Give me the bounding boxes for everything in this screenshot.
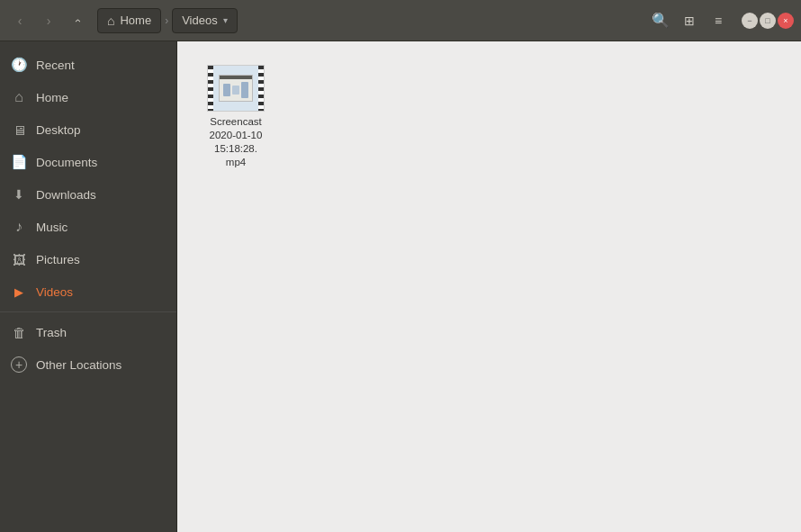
mini-content <box>220 79 252 101</box>
mini-block-2 <box>232 86 239 95</box>
sidebar-label-home: Home <box>36 91 68 104</box>
mini-screen <box>219 75 253 102</box>
breadcrumb-home[interactable]: ⌂ Home <box>97 8 161 33</box>
breadcrumb-current[interactable]: Videos ▾ <box>172 8 238 33</box>
plus-icon: + <box>11 356 27 373</box>
music-icon: ♪ <box>11 219 27 235</box>
sidebar-label-music: Music <box>36 221 68 234</box>
close-icon: × <box>783 16 788 25</box>
sidebar-label-desktop: Desktop <box>36 123 81 137</box>
back-icon: ‹ <box>18 14 22 28</box>
file-thumbnail <box>207 65 265 112</box>
menu-button[interactable]: ≡ <box>706 8 731 33</box>
sidebar-label-recent: Recent <box>36 59 75 72</box>
file-name: Screencast2020-01-1015:18:28.mp4 <box>210 115 263 169</box>
sidebar-item-recent[interactable]: 🕐 Recent <box>0 49 176 81</box>
sidebar-divider <box>0 311 176 312</box>
minimize-icon: − <box>747 16 752 25</box>
desktop-icon: 🖥 <box>11 122 27 138</box>
up-button[interactable]: › <box>65 8 90 33</box>
file-area: Screencast2020-01-1015:18:28.mp4 <box>177 41 801 532</box>
sidebar-label-videos: Videos <box>36 285 73 299</box>
downloads-icon: ⬇ <box>11 186 27 203</box>
sidebar-label-pictures: Pictures <box>36 253 80 266</box>
search-button[interactable]: 🔍 <box>648 8 673 33</box>
sidebar-item-documents[interactable]: 📄 Documents <box>0 146 176 178</box>
trash-icon: 🗑 <box>11 324 27 340</box>
toolbar-right: 🔍 ⊞ ≡ <box>648 8 731 33</box>
back-button[interactable]: ‹ <box>7 8 32 33</box>
clock-icon: 🕐 <box>11 57 27 73</box>
mini-block-3 <box>241 82 248 98</box>
sidebar-item-other-locations[interactable]: + Other Locations <box>0 348 176 381</box>
sidebar-item-pictures[interactable]: 🖼 Pictures <box>0 243 176 275</box>
sidebar-label-documents: Documents <box>36 156 97 169</box>
toolbar: ‹ › › ⌂ Home › Videos ▾ 🔍 ⊞ ≡ − □ <box>0 0 801 41</box>
up-icon: › <box>71 19 84 23</box>
list-item[interactable]: Screencast2020-01-1015:18:28.mp4 <box>195 59 276 175</box>
sidebar-label-trash: Trash <box>36 326 67 339</box>
sidebar: 🕐 Recent ⌂ Home 🖥 Desktop 📄 Documents ⬇ … <box>0 41 177 532</box>
search-icon: 🔍 <box>652 12 670 29</box>
main-area: 🕐 Recent ⌂ Home 🖥 Desktop 📄 Documents ⬇ … <box>0 41 801 532</box>
sidebar-item-home[interactable]: ⌂ Home <box>0 81 176 113</box>
window-controls: − □ × <box>742 13 794 29</box>
forward-icon: › <box>47 14 51 28</box>
sidebar-item-downloads[interactable]: ⬇ Downloads <box>0 178 176 211</box>
view-toggle-button[interactable]: ⊞ <box>677 8 702 33</box>
close-button[interactable]: × <box>778 13 794 29</box>
sidebar-label-downloads: Downloads <box>36 188 96 202</box>
breadcrumb-home-label: Home <box>120 14 151 27</box>
breadcrumb-separator: › <box>163 14 170 27</box>
chevron-down-icon: ▾ <box>223 15 228 25</box>
pictures-icon: 🖼 <box>11 251 27 267</box>
videos-icon: ▶ <box>11 284 27 300</box>
film-inner <box>213 66 258 111</box>
hamburger-icon: ≡ <box>715 14 722 28</box>
breadcrumb-area: ⌂ Home › Videos ▾ <box>94 8 644 33</box>
documents-icon: 📄 <box>11 154 27 170</box>
sidebar-label-other-locations: Other Locations <box>36 358 122 372</box>
mini-block-1 <box>223 84 230 96</box>
sidebar-item-desktop[interactable]: 🖥 Desktop <box>0 113 176 146</box>
sidebar-item-music[interactable]: ♪ Music <box>0 211 176 243</box>
sidebar-item-trash[interactable]: 🗑 Trash <box>0 316 176 348</box>
home-icon: ⌂ <box>11 89 27 105</box>
maximize-button[interactable]: □ <box>760 13 776 29</box>
sidebar-item-videos[interactable]: ▶ Videos <box>0 275 176 308</box>
view-columns-icon: ⊞ <box>684 14 695 28</box>
minimize-button[interactable]: − <box>742 13 758 29</box>
breadcrumb-current-label: Videos <box>182 14 218 27</box>
home-icon: ⌂ <box>107 14 114 28</box>
maximize-icon: □ <box>765 16 770 25</box>
forward-button[interactable]: › <box>36 8 61 33</box>
